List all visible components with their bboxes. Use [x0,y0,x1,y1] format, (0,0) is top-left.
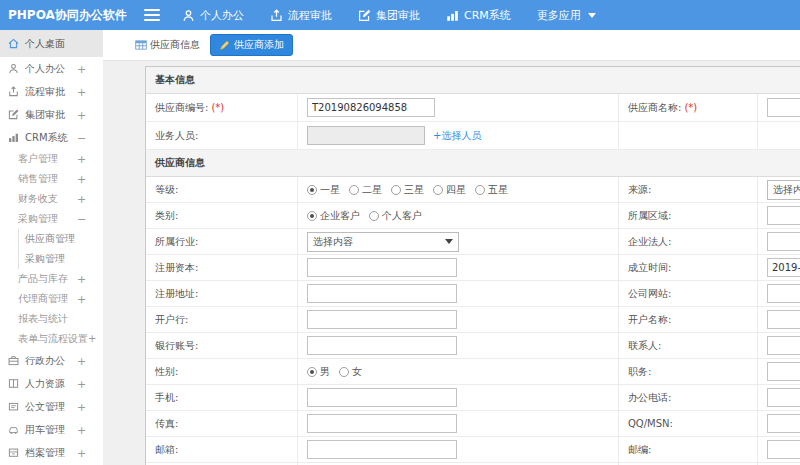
book-icon [8,378,19,389]
field-cell [758,94,800,121]
topnav-item[interactable]: 集团审批 [358,8,420,23]
expand-icon: + [77,273,86,286]
business-staff-input[interactable] [307,126,425,145]
radio-icon[interactable] [391,185,401,195]
field-cell: 选择内容 [758,177,800,202]
top-nav: 个人办公流程审批集团审批CRM系统更多应用 [182,8,622,23]
sidebar-item[interactable]: 集团审批+ [0,103,103,126]
form-row: 所属行业:选择内容企业法人: [146,229,800,255]
app-logo: PHPOA协同办公软件 [0,7,132,24]
field-cell: 企业客户个人客户 [298,203,619,228]
sidebar-item[interactable]: 个人办公+ [0,57,103,80]
sidebar-item[interactable]: 个人桌面 [0,30,103,57]
sidebar-item[interactable]: 代理商管理+ [0,289,103,309]
sidebar-item-label: 表单与流程设置+ [18,332,96,346]
topbar: PHPOA协同办公软件 个人办公流程审批集团审批CRM系统更多应用 [0,0,800,30]
supplier-name-input[interactable] [767,98,800,117]
sidebar-item[interactable]: 表单与流程设置+ [0,329,103,349]
radio-icon[interactable] [339,367,349,377]
category-radio-option[interactable]: 个人客户 [369,209,422,223]
topnav-item-label: 更多应用 [537,8,581,23]
grade-radio-option[interactable]: 二星 [349,183,382,197]
grade-radio-option[interactable]: 一星 [307,183,340,197]
field-label-cell: 所属区域: [619,203,758,228]
radio-selected-icon[interactable] [307,185,317,195]
sidebar-item[interactable]: 客户管理+ [0,149,103,169]
company-website-input[interactable] [767,284,800,303]
grade-radio-option[interactable]: 三星 [391,183,424,197]
radio-selected-icon[interactable] [307,211,317,221]
bank-input[interactable] [307,310,457,329]
sidebar-item[interactable]: 销售管理+ [0,169,103,189]
source-select[interactable]: 选择内容 [767,180,800,200]
sidebar-item[interactable]: 档案管理+ [0,441,103,464]
sidebar-item[interactable]: 公文管理+ [0,395,103,418]
account-name-input[interactable] [767,310,800,329]
grade-radio-option[interactable]: 四星 [433,183,466,197]
field-label: 办公电话: [628,391,671,405]
topnav-item[interactable]: CRM系统 [446,8,511,23]
field-cell [298,281,619,306]
table-icon [135,39,147,51]
sidebar-item[interactable]: 供应商管理 [0,229,103,249]
category-radio-option[interactable]: 企业客户 [307,209,360,223]
sidebar-item[interactable]: 报表与统计 [0,309,103,329]
email-input[interactable] [307,440,457,459]
field-label-cell: 注册地址: [146,281,298,306]
form-row: 业务人员:+选择人员 [146,122,800,150]
sidebar-item[interactable]: 采购管理 [0,249,103,269]
gender-radio-option[interactable]: 女 [339,365,362,379]
fax-input[interactable] [307,414,457,433]
topnav-item[interactable]: 个人办公 [182,8,244,23]
radio-icon[interactable] [433,185,443,195]
contact-person-input[interactable] [767,336,800,355]
qq-msn-input[interactable] [767,414,800,433]
sidebar-item-label: 采购管理 [18,212,58,226]
sidebar-item-label: 采购管理 [25,252,65,266]
topnav-item[interactable]: 更多应用 [537,8,596,23]
office-phone-input[interactable] [767,388,800,407]
field-cell [758,437,800,462]
sidebar-item[interactable]: 行政办公+ [0,349,103,372]
sidebar-item[interactable]: 用车管理+ [0,418,103,441]
form-section-title: 供应商信息 [146,150,800,177]
choose-staff-link[interactable]: +选择人员 [433,129,481,143]
radio-label: 二星 [362,183,382,197]
registered-capital-input[interactable] [307,258,457,277]
legal-person-input[interactable] [767,232,800,251]
radio-selected-icon[interactable] [307,367,317,377]
tab-supplier-add[interactable]: 供应商添加 [210,34,293,56]
sidebar-item[interactable]: CRM系统− [0,126,103,149]
sidebar-item[interactable]: 采购管理− [0,209,103,229]
supplier-add-form: 基本信息供应商编号:(*)供应商名称:(*)业务人员:+选择人员供应商信息等级:… [145,66,800,465]
form-row: 邮箱:邮编: [146,437,800,463]
tab-supplier-info[interactable]: 供应商信息 [135,38,200,52]
postcode-input[interactable] [767,440,800,459]
radio-icon[interactable] [369,211,379,221]
tab-bar: 供应商信息供应商添加 [103,30,800,61]
position-input[interactable] [767,362,800,381]
bank-account-input[interactable] [307,336,457,355]
sidebar-item[interactable]: 流程审批+ [0,80,103,103]
sidebar-item[interactable]: 财务收支+ [0,189,103,209]
tab-label: 供应商信息 [150,38,200,52]
region-input[interactable] [767,206,800,225]
supplier-code-input[interactable] [307,98,435,117]
sidebar-item[interactable]: 产品与库存+ [0,269,103,289]
field-label-cell: 公司网站: [619,281,758,306]
radio-icon[interactable] [475,185,485,195]
grade-radio-option[interactable]: 五星 [475,183,508,197]
industry-select[interactable]: 选择内容 [307,232,459,252]
doc-icon [8,401,19,412]
founding-date-input[interactable] [767,258,800,277]
sidebar-item[interactable]: 人力资源+ [0,372,103,395]
radio-icon[interactable] [349,185,359,195]
sidebar-item-label: 行政办公 [25,354,65,368]
registered-address-input[interactable] [307,284,457,303]
field-label-cell: QQ/MSN: [619,411,758,436]
topnav-item[interactable]: 流程审批 [270,8,332,23]
menu-toggle-icon[interactable] [144,9,160,21]
field-label: 供应商名称: [628,101,681,115]
gender-radio-option[interactable]: 男 [307,365,330,379]
mobile-input[interactable] [307,388,457,407]
